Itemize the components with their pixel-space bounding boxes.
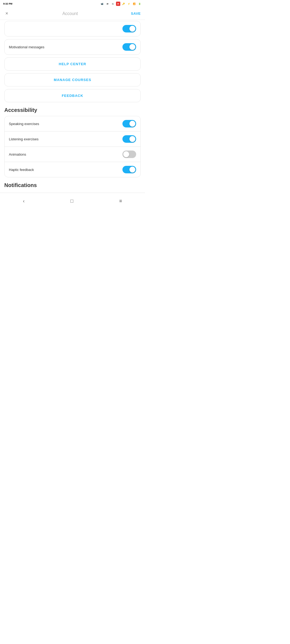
animations-row: Animations — [5, 147, 140, 162]
partial-toggle-track — [122, 25, 136, 32]
motivational-messages-row: Motivational messages — [5, 39, 140, 54]
motivational-toggle-track — [122, 43, 136, 51]
help-center-label: HELP CENTER — [59, 62, 86, 66]
page-title: Account — [62, 11, 78, 16]
haptic-feedback-label: Haptic feedback — [9, 168, 34, 172]
partial-card-row — [5, 21, 140, 36]
animations-toggle[interactable] — [122, 151, 136, 158]
main-content: Motivational messages HELP CENTER MANAGE… — [0, 21, 145, 188]
back-button[interactable]: ‹ — [17, 197, 30, 206]
listening-exercises-label: Listening exercises — [9, 137, 39, 141]
home-button[interactable]: □ — [65, 197, 79, 206]
haptic-feedback-row: Haptic feedback — [5, 162, 140, 177]
accessibility-card: Speaking exercises Listening exercises A… — [4, 116, 141, 177]
animations-label: Animations — [9, 152, 26, 156]
speaking-toggle-thumb — [129, 121, 135, 127]
manage-courses-button[interactable]: MANAGE COURSES — [4, 73, 141, 86]
key-icon: 🔑 — [121, 2, 126, 6]
haptic-toggle-track — [122, 166, 136, 173]
save-button[interactable]: SAVE — [131, 12, 141, 16]
accessibility-section-title: Accessibility — [4, 107, 141, 113]
partial-card — [4, 21, 141, 36]
status-bar: 9:32 PM 📹 ⇄ G ▶ 🔑 ⚡ 📶 🔋 — [0, 0, 145, 8]
video-icon: 📹 — [100, 2, 104, 6]
help-center-button[interactable]: HELP CENTER — [4, 57, 141, 71]
manage-courses-label: MANAGE COURSES — [54, 78, 91, 82]
menu-button[interactable]: ≡ — [114, 197, 128, 206]
bottom-nav: ‹ □ ≡ — [0, 193, 145, 209]
feedback-button[interactable]: FEEDBACK — [4, 89, 141, 102]
partial-toggle[interactable] — [122, 25, 136, 32]
wifi-icon: 📶 — [132, 2, 136, 6]
motivational-toggle-thumb — [129, 44, 135, 50]
feedback-label: FEEDBACK — [62, 94, 83, 98]
record-icon: ▶ — [116, 2, 120, 6]
status-icons: 📹 ⇄ G ▶ 🔑 ⚡ 📶 🔋 — [100, 2, 142, 6]
partial-toggle-thumb — [129, 26, 135, 32]
listening-exercises-row: Listening exercises — [5, 131, 140, 147]
speaking-exercises-label: Speaking exercises — [9, 122, 39, 126]
haptic-feedback-toggle[interactable] — [122, 166, 136, 173]
listening-toggle-track — [122, 135, 136, 143]
motivational-messages-toggle[interactable] — [122, 43, 136, 51]
motivational-card: Motivational messages — [4, 39, 141, 55]
g-icon: G — [111, 2, 115, 6]
animations-toggle-track — [122, 151, 136, 158]
speaking-toggle-track — [122, 120, 136, 127]
battery-icon: 🔋 — [137, 2, 142, 6]
listening-exercises-toggle[interactable] — [122, 135, 136, 143]
speaking-exercises-row: Speaking exercises — [5, 116, 140, 131]
animations-toggle-thumb — [123, 151, 129, 157]
close-button[interactable]: × — [4, 10, 9, 17]
notifications-section-title: Notifications — [4, 182, 141, 188]
motivational-messages-label: Motivational messages — [9, 45, 44, 49]
refresh-icon: ⇄ — [105, 2, 110, 6]
speaking-exercises-toggle[interactable] — [122, 120, 136, 127]
status-time: 9:32 PM — [3, 2, 12, 5]
listening-toggle-thumb — [129, 136, 135, 142]
haptic-toggle-thumb — [129, 167, 135, 173]
bluetooth-icon: ⚡ — [127, 2, 131, 6]
header: × Account SAVE — [0, 8, 145, 20]
